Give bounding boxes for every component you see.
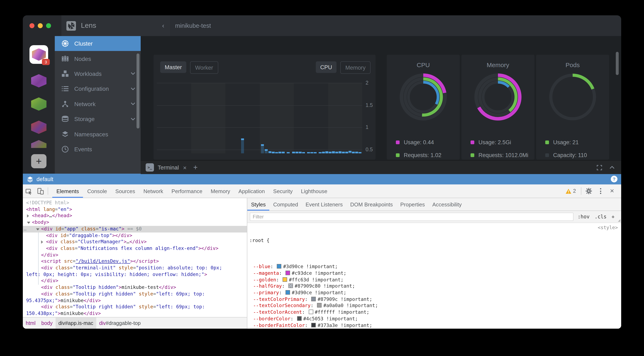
elements-tree-line[interactable]: …<div id="app" class="is-mac"> == $0 [23,226,247,232]
minimize-window-button[interactable] [38,23,43,28]
css-property-primary[interactable]: --primary: #3d90ce !important; [247,290,621,296]
style-source-link[interactable]: <style> [598,225,618,231]
sidebar-item-configuration[interactable]: Configuration [55,81,141,96]
resize-grip[interactable] [618,219,620,222]
inspect-element-icon[interactable] [23,186,34,196]
elements-tree-line[interactable]: <div class="Notifications flex column al… [23,245,247,252]
color-swatch[interactable] [288,284,293,288]
sidebar-item-network[interactable]: Network [55,96,141,112]
color-swatch[interactable] [312,323,316,327]
sidebar-item-nodes[interactable]: Nodes [55,51,141,66]
elements-tree-line[interactable]: 150.438px;">minikube</div> [23,310,247,317]
elements-tree-line[interactable]: <head>…</head> [23,213,247,219]
devtools-tab-application[interactable]: Application [234,184,269,198]
collapse-arrow-icon[interactable] [27,222,30,224]
css-property-borderColor[interactable]: --borderColor: #4c5053 !important; [247,316,621,322]
devtools-tab-console[interactable]: Console [83,184,111,198]
breadcrumb-item-div-draggable-top[interactable]: div#draggable-top [96,318,144,329]
elements-tree-line[interactable]: 95.4375px;">minikube</div> [23,297,247,304]
close-terminal-icon[interactable]: × [183,164,187,171]
terminal-tab[interactable]: Terminal [158,164,179,171]
chevron-up-icon[interactable] [610,166,614,169]
sidebar-collapse-icon[interactable]: ‹ [162,22,164,29]
elements-tree-line[interactable]: </div> [23,278,247,284]
sidebar-item-namespaces[interactable]: Namespaces [55,127,141,142]
color-swatch[interactable] [277,264,282,269]
sidebar-item-cluster[interactable]: Cluster [55,36,141,51]
devtools-tab-elements[interactable]: Elements [52,184,83,198]
css-property-magenta[interactable]: --magenta: #c93dce !important; [247,270,621,277]
master-tab[interactable]: Master [160,61,186,73]
color-swatch[interactable] [286,290,290,295]
cpu-tab[interactable]: CPU [316,61,336,73]
color-swatch[interactable] [283,277,287,282]
elements-tree-line[interactable]: <html lang="en"> [23,206,247,213]
devtools-tab-sources[interactable]: Sources [111,184,139,198]
elements-tree-line[interactable]: <div class="Tooltip right hidden" style=… [23,304,247,310]
sidebar-item-workloads[interactable]: Workloads [55,66,141,81]
close-devtools-icon[interactable]: × [606,187,618,195]
sidebar-scrollbar[interactable] [136,53,140,129]
sidebar-item-events[interactable]: Events [55,142,141,157]
zoom-window-button[interactable] [46,23,51,28]
elements-tree-line[interactable]: left: 0px; height: 0px; visibility: hidd… [23,271,247,278]
sidebar-item-storage[interactable]: Storage [55,112,141,127]
color-swatch[interactable] [317,303,322,308]
styles-tab-styles[interactable]: Styles [247,198,270,210]
styles-tab-dom-breakpoints[interactable]: DOM Breakpoints [346,198,396,210]
css-property-blue[interactable]: --blue: #3d90ce !important; [247,264,621,270]
device-toolbar-icon[interactable] [34,186,46,196]
styles-tab-computed[interactable]: Computed [270,198,302,210]
warnings-indicator[interactable]: 2 [566,188,576,194]
collapse-arrow-icon[interactable] [36,228,40,230]
help-button[interactable]: ? [611,176,618,182]
expand-arrow-icon[interactable] [41,240,43,244]
worker-tab[interactable]: Worker [190,61,218,74]
element-classes-button[interactable]: .cls [594,214,607,220]
elements-tree-line[interactable]: <div class="ClusterManager">…</div> [23,239,247,245]
css-property-halfGray[interactable]: --halfGray: #87909c80 !important; [247,283,621,290]
css-property-golden[interactable]: --golden: #ffc63d !important; [247,277,621,283]
cluster-icon-4[interactable] [31,121,46,134]
breadcrumb-item-html[interactable]: html [23,318,38,329]
color-swatch[interactable] [286,271,290,275]
elements-tree-line[interactable]: <body> [23,219,247,226]
elements-tree-line[interactable]: <div class="Tooltip hidden">minikube-tes… [23,284,247,291]
cluster-icon-3[interactable] [31,97,46,111]
add-cluster-button[interactable]: + [31,154,46,168]
elements-tree-line[interactable]: <!DOCTYPE html> [23,200,247,206]
styles-filter-input[interactable] [250,213,574,221]
devtools-tab-lighthouse[interactable]: Lighthouse [297,184,332,198]
close-window-button[interactable] [30,23,34,28]
expand-arrow-icon[interactable] [27,214,29,218]
color-swatch[interactable] [312,297,316,301]
devtools-tab-security[interactable]: Security [269,184,297,198]
active-cluster-icon[interactable]: 3 [30,45,48,64]
devtools-tab-memory[interactable]: Memory [206,184,234,198]
expand-dock-icon[interactable] [597,165,602,170]
more-actions-icon[interactable]: … [24,226,26,232]
breadcrumb-item-body[interactable]: body [38,318,56,329]
new-style-rule-button[interactable]: + [612,214,614,220]
styles-tab-accessibility[interactable]: Accessibility [429,198,466,210]
css-property-textColorAccent[interactable]: --textColorAccent: #ffffff !important; [247,309,621,316]
elements-tree-line[interactable]: </div> [23,252,247,258]
settings-gear-icon[interactable] [583,186,594,196]
styles-tab-event-listeners[interactable]: Event Listeners [302,198,346,210]
devtools-tab-network[interactable]: Network [139,184,167,198]
namespace-bar[interactable]: default ? [23,174,621,184]
elements-tree-line[interactable]: <div class="Tooltip right hidden" style=… [23,291,247,297]
cluster-icon-5[interactable] [31,140,46,148]
elements-tree-line[interactable]: <div id="draggable-top"></div> [23,232,247,239]
elements-tree-line[interactable]: <div class="terminal-init" style="positi… [23,265,247,271]
breadcrumb-item-div-app-is-mac[interactable]: div#app.is-mac [56,318,96,329]
toggle-hover-state-button[interactable]: :hov [578,214,590,220]
color-swatch[interactable] [308,310,313,314]
elements-tree-line[interactable]: <div class="Tooltip right hidden" style=… [23,317,247,317]
css-property-textColorPrimary[interactable]: --textColorPrimary: #87909c !important; [247,296,621,303]
css-property-textColorSecondary[interactable]: --textColorSecondary: #a0a0a0 !important… [247,303,621,309]
devtools-tab-performance[interactable]: Performance [168,184,207,198]
dashboard-scrollbar[interactable] [616,52,619,75]
elements-tree-line[interactable]: <script src="/build/LensDev.js"></script… [23,258,247,265]
css-property-borderFaintColor[interactable]: --borderFaintColor: #373a3e !important; [247,322,621,329]
